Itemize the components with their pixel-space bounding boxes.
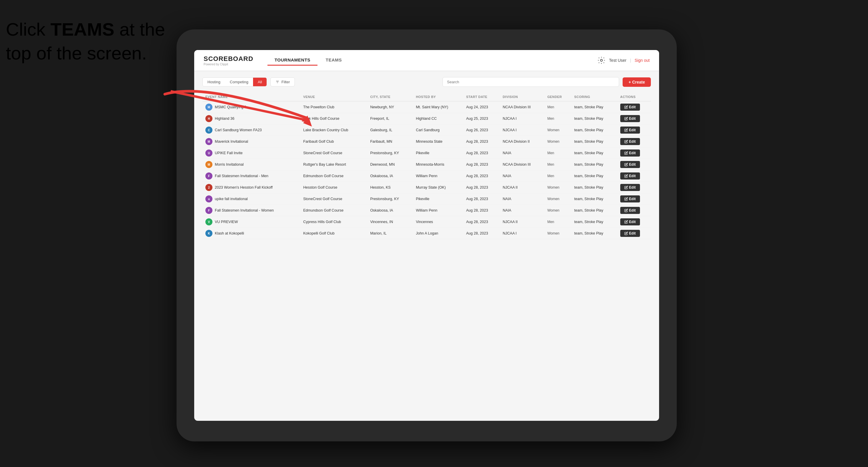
- filter-competing[interactable]: Competing: [225, 78, 253, 86]
- edit-button-5[interactable]: Edit: [620, 161, 640, 168]
- edit-button-10[interactable]: Edit: [620, 218, 640, 225]
- col-scoring: SCORING: [571, 93, 617, 101]
- edit-button-1[interactable]: Edit: [620, 115, 640, 122]
- cell-start-date-5: Aug 28, 2023: [463, 159, 500, 170]
- event-name-2: Carl Sandburg Women FA23: [215, 128, 262, 132]
- cell-city-state-5: Deerwood, MN: [367, 159, 413, 170]
- cell-scoring-0: team, Stroke Play: [571, 101, 617, 113]
- edit-button-4[interactable]: Edit: [620, 150, 640, 157]
- cell-event-name-0: M MSMC Qualifying 1: [203, 101, 301, 113]
- cell-city-state-9: Oskaloosa, IA: [367, 205, 413, 216]
- event-name-7: 2023 Women's Hesston Fall Kickoff: [215, 185, 273, 189]
- cell-gender-1: Men: [544, 113, 571, 124]
- edit-button-11[interactable]: Edit: [620, 230, 640, 237]
- cell-hosted-by-5: Minnesota-Morris: [413, 159, 463, 170]
- cell-division-2: NJCAA I: [500, 124, 545, 136]
- cell-hosted-by-3: Minnesota State: [413, 136, 463, 148]
- cell-division-9: NAIA: [500, 205, 545, 216]
- nav-divider: |: [630, 58, 631, 63]
- create-label: + Create: [628, 80, 645, 85]
- team-icon-8: u: [206, 195, 212, 203]
- instruction-pre: Click: [6, 19, 51, 39]
- edit-icon-6: [624, 174, 628, 178]
- tournaments-table: EVENT NAME VENUE CITY, STATE HOSTED BY S…: [203, 93, 651, 239]
- cell-hosted-by-6: William Penn: [413, 170, 463, 182]
- gear-icon[interactable]: [597, 56, 606, 64]
- cell-scoring-6: team, Stroke Play: [571, 170, 617, 182]
- cell-venue-0: The Powelton Club: [301, 101, 368, 113]
- cell-division-5: NCAA Division III: [500, 159, 545, 170]
- cell-scoring-5: team, Stroke Play: [571, 159, 617, 170]
- cell-hosted-by-9: William Penn: [413, 205, 463, 216]
- edit-button-2[interactable]: Edit: [620, 127, 640, 133]
- search-input[interactable]: [442, 77, 619, 87]
- event-name-0: MSMC Qualifying 1: [215, 105, 247, 109]
- logo-title: SCOREBOARD: [204, 55, 253, 63]
- cell-city-state-6: Oskaloosa, IA: [367, 170, 413, 182]
- cell-start-date-3: Aug 28, 2023: [463, 136, 500, 148]
- tab-teams[interactable]: TEAMS: [319, 55, 349, 66]
- event-name-5: Morris Invitational: [215, 162, 244, 166]
- event-name-1: Highland 36: [215, 117, 235, 121]
- cell-start-date-10: Aug 28, 2023: [463, 216, 500, 228]
- cell-venue-5: Ruttger's Bay Lake Resort: [301, 159, 368, 170]
- col-event-name: EVENT NAME: [203, 93, 301, 101]
- cell-actions-1: Edit: [617, 113, 651, 124]
- cell-venue-3: Faribault Golf Club: [301, 136, 368, 148]
- edit-button-6[interactable]: Edit: [620, 173, 640, 180]
- filter-tab-group: Hosting Competing All: [203, 77, 267, 87]
- cell-city-state-4: Prestonsburg, KY: [367, 148, 413, 159]
- edit-icon-11: [624, 231, 628, 235]
- cell-division-11: NJCAA I: [500, 228, 545, 239]
- filter-button[interactable]: Filter: [270, 77, 295, 87]
- team-icon-2: C: [206, 127, 212, 133]
- event-name-6: Fall Statesmen Invitational - Men: [215, 174, 268, 178]
- event-name-11: Klash at Kokopelli: [215, 231, 244, 236]
- cell-actions-11: Edit: [617, 228, 651, 239]
- instruction-text: Click TEAMS at the top of the screen.: [6, 18, 177, 65]
- sign-out-link[interactable]: Sign out: [635, 58, 650, 63]
- cell-venue-9: Edmundson Golf Course: [301, 205, 368, 216]
- filter-label: Filter: [281, 80, 290, 84]
- col-start-date: START DATE: [463, 93, 500, 101]
- cell-scoring-7: team, Stroke Play: [571, 182, 617, 193]
- tablet-screen: SCOREBOARD Powered by Clippit TOURNAMENT…: [194, 50, 659, 421]
- edit-button-7[interactable]: Edit: [620, 184, 640, 191]
- cell-hosted-by-2: Carl Sandburg: [413, 124, 463, 136]
- table-row: u upike fall invitational StoneCrest Gol…: [203, 193, 651, 205]
- toolbar: Hosting Competing All Filter +: [203, 77, 651, 87]
- cell-event-name-8: u upike fall invitational: [203, 193, 301, 205]
- create-button[interactable]: + Create: [623, 77, 651, 87]
- team-icon-0: M: [206, 103, 212, 111]
- cell-event-name-1: H Highland 36: [203, 113, 301, 124]
- filter-hosting[interactable]: Hosting: [203, 78, 225, 86]
- edit-button-8[interactable]: Edit: [620, 195, 640, 203]
- cell-hosted-by-10: Vincennes: [413, 216, 463, 228]
- cell-hosted-by-8: Pikeville: [413, 193, 463, 205]
- edit-button-9[interactable]: Edit: [620, 207, 640, 214]
- event-name-10: VU PREVIEW: [215, 220, 238, 224]
- edit-button-0[interactable]: Edit: [620, 103, 640, 111]
- cell-start-date-1: Aug 25, 2023: [463, 113, 500, 124]
- table-row: K Klash at Kokopelli Kokopelli Golf Club…: [203, 228, 651, 239]
- filter-all[interactable]: All: [253, 78, 267, 86]
- content-area: Hosting Competing All Filter +: [194, 71, 659, 421]
- cell-actions-3: Edit: [617, 136, 651, 148]
- cell-gender-11: Women: [544, 228, 571, 239]
- cell-actions-6: Edit: [617, 170, 651, 182]
- user-name: Test User: [609, 58, 626, 63]
- cell-hosted-by-1: Highland CC: [413, 113, 463, 124]
- cell-city-state-8: Prestonsburg, KY: [367, 193, 413, 205]
- cell-city-state-11: Marion, IL: [367, 228, 413, 239]
- tab-tournaments[interactable]: TOURNAMENTS: [268, 55, 317, 66]
- team-icon-10: V: [206, 218, 212, 225]
- cell-event-name-3: M Maverick Invitational: [203, 136, 301, 148]
- cell-venue-7: Hesston Golf Course: [301, 182, 368, 193]
- cell-actions-7: Edit: [617, 182, 651, 193]
- cell-city-state-3: Faribault, MN: [367, 136, 413, 148]
- cell-city-state-7: Hesston, KS: [367, 182, 413, 193]
- edit-icon-3: [624, 140, 628, 143]
- cell-actions-0: Edit: [617, 101, 651, 113]
- edit-icon-9: [624, 209, 628, 212]
- edit-button-3[interactable]: Edit: [620, 138, 640, 145]
